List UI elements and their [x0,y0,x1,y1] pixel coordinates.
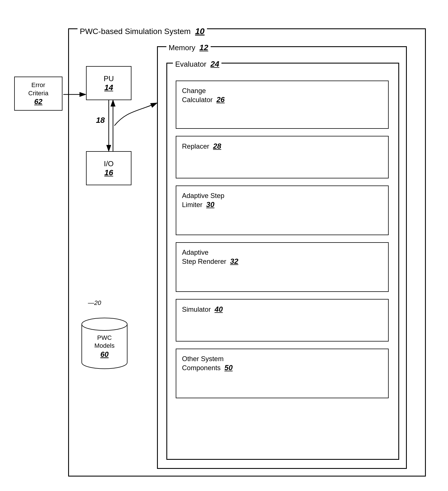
adaptive-step-limiter-label: Adaptive StepLimiter 30 [176,186,388,212]
main-box-title: PWC-based Simulation System 10 [78,26,207,36]
error-criteria-label: ErrorCriteria [28,81,49,97]
replacer-label: Replacer 28 [176,136,388,153]
other-system-components-label: Other SystemComponents 50 [176,349,388,375]
pu-box: PU 14 [86,66,131,100]
other-system-components-num: 50 [224,363,233,372]
simulator-label: Simulator 40 [176,300,388,317]
replacer-box: Replacer 28 [176,136,389,178]
cylinder-num-label: —20 [88,299,101,307]
arrow-18-label: 18 [96,116,105,125]
replacer-num: 28 [213,142,221,150]
pwc-models-cylinder: —20 PWC Models 60 [78,307,131,370]
pu-num: 14 [104,83,113,92]
adaptive-step-limiter-num: 30 [206,200,214,209]
adaptive-step-renderer-label: AdaptiveStep Renderer 32 [176,243,388,269]
io-box: I/O 16 [86,151,131,185]
change-calculator-box: ChangeCalculator 26 [176,81,389,129]
adaptive-step-renderer-num: 32 [230,257,238,265]
other-system-components-box: Other SystemComponents 50 [176,349,389,398]
error-criteria-num: 62 [34,97,43,106]
evaluator-box-title: Evaluator 24 [173,60,221,69]
svg-text:60: 60 [101,350,109,359]
adaptive-step-renderer-box: AdaptiveStep Renderer 32 [176,242,389,292]
cylinder-svg: PWC Models 60 [78,307,131,370]
memory-box-title: Memory 12 [166,43,211,52]
change-calculator-label: ChangeCalculator 26 [176,81,388,107]
svg-point-4 [82,318,127,330]
diagram-container: ErrorCriteria 62 PWC-based Simulation Sy… [11,11,437,482]
io-label: I/O [104,159,114,168]
main-simulation-box: PWC-based Simulation System 10 PU 14 I/O… [68,28,426,477]
simulator-num: 40 [215,305,223,313]
error-criteria-box: ErrorCriteria 62 [14,77,62,111]
evaluator-box: Evaluator 24 ChangeCalculator 26 Replace… [166,63,399,460]
svg-text:PWC: PWC [97,334,112,341]
pu-label: PU [104,74,114,83]
io-num: 16 [104,168,113,177]
svg-text:Models: Models [95,342,115,349]
adaptive-step-limiter-box: Adaptive StepLimiter 30 [176,186,389,235]
simulator-box: Simulator 40 [176,299,389,342]
change-calculator-num: 26 [216,95,225,104]
memory-box: Memory 12 Evaluator 24 ChangeCalculator … [157,46,407,469]
